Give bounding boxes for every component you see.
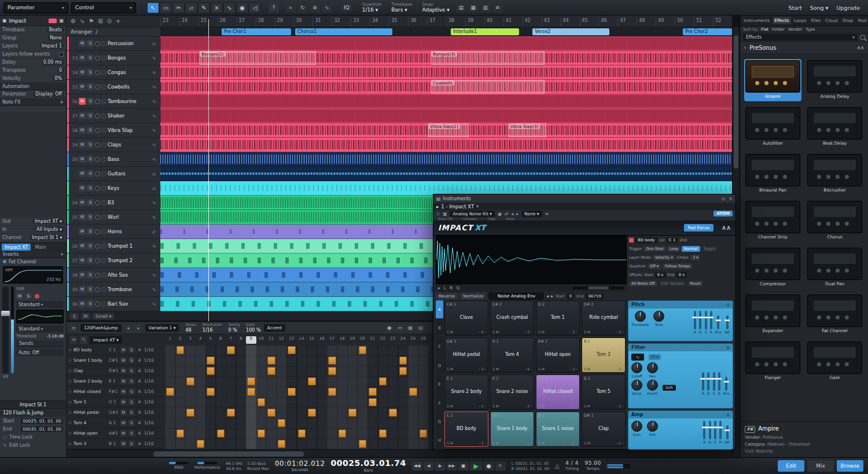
record-button[interactable]: ● bbox=[484, 462, 494, 471]
pattern-step[interactable] bbox=[176, 346, 185, 354]
offset-start-value[interactable]: 0 s bbox=[655, 272, 665, 278]
impact-pad-tom-1[interactable]: D 2Tom 1S M‹ 2 › bbox=[536, 300, 580, 336]
env-slider-s[interactable]: S bbox=[713, 372, 715, 395]
soft-button[interactable]: Soft bbox=[663, 385, 676, 391]
edit-sample-button[interactable]: Edit Sample bbox=[659, 281, 686, 286]
track-header-congas[interactable]: 14MSCongas∿ bbox=[67, 65, 160, 80]
add-note-fx-icon[interactable]: + bbox=[60, 100, 64, 105]
lane-resolution[interactable]: 1/16 bbox=[144, 441, 156, 446]
midi-input-select[interactable]: None ▾ bbox=[521, 211, 542, 217]
pad-solo-mute[interactable]: S M bbox=[447, 367, 453, 371]
lane-solo-button[interactable]: S bbox=[128, 440, 135, 447]
track-record-icon[interactable] bbox=[95, 258, 100, 263]
knob-dial[interactable] bbox=[647, 362, 658, 373]
autoscroll-icon[interactable]: » bbox=[285, 2, 296, 13]
gear-icon[interactable]: ⊙ bbox=[726, 303, 730, 307]
browser-tab-cloud[interactable]: Cloud bbox=[823, 17, 839, 24]
pad-layer-stepper[interactable]: ‹ 4 › bbox=[479, 330, 486, 334]
loop-button[interactable]: ↻ bbox=[495, 462, 506, 471]
track-mute-button[interactable]: M bbox=[79, 127, 86, 134]
automation-mode-select[interactable]: Auto: Off bbox=[16, 349, 64, 356]
pattern-step[interactable] bbox=[328, 367, 336, 375]
pattern-step[interactable] bbox=[399, 357, 407, 365]
pad-layer-stepper[interactable]: ‹ 1 › bbox=[479, 441, 486, 445]
window-menu-icon[interactable]: ▤ bbox=[436, 196, 441, 201]
pattern-step[interactable] bbox=[399, 367, 407, 375]
track-solo-button[interactable]: S bbox=[87, 156, 94, 163]
browse-view-button[interactable]: Browse bbox=[837, 460, 863, 472]
track-mute-button[interactable]: M bbox=[79, 170, 86, 177]
scrollbar-thumb[interactable] bbox=[734, 35, 738, 168]
knob-dial[interactable] bbox=[635, 311, 646, 322]
io-value[interactable]: All Inputs ▾ bbox=[35, 227, 64, 232]
lane-solo-button[interactable]: S bbox=[128, 357, 135, 363]
plugin-tile-flanger[interactable]: Flanger bbox=[744, 340, 801, 383]
prev-sample-icon[interactable]: ◂ bbox=[546, 293, 549, 299]
pad-layer-stepper[interactable]: ‹ 2 › bbox=[571, 404, 578, 408]
layer-mode-select[interactable]: Velocity ▾ bbox=[653, 255, 675, 260]
env-slider-a[interactable]: A bbox=[702, 372, 704, 395]
zoom-icon[interactable]: ⊕ bbox=[310, 2, 320, 13]
fat-channel-preset-select[interactable]: Standard▾ bbox=[16, 301, 64, 308]
mod-slider-vel[interactable]: Vel bbox=[724, 315, 730, 334]
play-button[interactable]: ▶ bbox=[470, 462, 483, 471]
track-record-icon[interactable] bbox=[95, 128, 100, 133]
track-mute-button[interactable]: M bbox=[79, 300, 86, 307]
track-mute-button[interactable]: M bbox=[79, 271, 86, 278]
impact-pad-clave[interactable]: C# 1ClaveS M‹ 4 › bbox=[444, 300, 488, 336]
power-icon[interactable]: ⊙ bbox=[436, 211, 440, 216]
pad-layer-stepper[interactable]: ‹ 3 › bbox=[571, 367, 578, 371]
time-signature[interactable]: 4 / 4Timing bbox=[565, 460, 579, 471]
compare-icon[interactable]: ▦ bbox=[443, 211, 447, 216]
plugin-tile-binaural-pan[interactable]: Binaural Pan bbox=[744, 153, 801, 195]
pattern-step[interactable] bbox=[308, 377, 316, 385]
loop-right-value[interactable]: 00031. 01. 01. 00 bbox=[516, 466, 549, 471]
speaker-tool[interactable]: ◁ bbox=[249, 2, 261, 13]
drag-handle-icon[interactable]: ≡ bbox=[68, 442, 72, 446]
track-record-icon[interactable] bbox=[95, 302, 100, 307]
inspector-value[interactable]: 0% bbox=[53, 76, 64, 81]
listen-tool[interactable]: ◉ bbox=[236, 2, 248, 13]
drag-handle-icon[interactable]: ≡ bbox=[68, 358, 72, 363]
lane-count[interactable]: 4 bbox=[137, 347, 142, 352]
pattern-step[interactable] bbox=[217, 429, 225, 438]
track-mute-button[interactable]: M bbox=[79, 199, 86, 206]
env-slider-d[interactable]: D bbox=[699, 311, 702, 334]
pattern-step[interactable] bbox=[258, 429, 266, 438]
env-slider-s[interactable]: S bbox=[714, 421, 716, 444]
arranger-marker-lane[interactable]: Pre Chor1Chorus1Interlude1Verse2Pre Chor… bbox=[160, 27, 732, 36]
lane-mute-button[interactable]: M bbox=[120, 440, 127, 447]
track-monitor-icon[interactable] bbox=[101, 99, 106, 104]
track-solo-button[interactable]: S bbox=[87, 300, 94, 307]
slider-track[interactable] bbox=[717, 315, 719, 329]
track-header-claps[interactable]: 19MSClaps∿ bbox=[67, 138, 160, 152]
impact-pad-snare-2-noise[interactable]: E 1Snare 2 noiseS M‹ 3 › bbox=[490, 374, 534, 410]
drag-handle-icon[interactable]: ≡ bbox=[68, 400, 72, 405]
time-display[interactable]: 00:01:02.012Seconds bbox=[275, 460, 325, 473]
track-header-bass[interactable]: 20MSBass∿ bbox=[67, 152, 160, 167]
track-record-icon[interactable] bbox=[95, 171, 100, 177]
steps-control[interactable]: Steps48 bbox=[185, 323, 196, 333]
arranger-track-header[interactable]: Arranger ♪ bbox=[67, 27, 160, 36]
track-header-tambourine[interactable]: 16MSTambourine∿ bbox=[67, 94, 160, 109]
lane-resolution[interactable]: 1/16 bbox=[144, 399, 156, 405]
track-solo-button[interactable]: S bbox=[87, 40, 94, 47]
impact-pad-hihat-closed[interactable]: F# 1HiHat closedS M‹ 2 › bbox=[536, 374, 580, 410]
pattern-step[interactable] bbox=[278, 440, 286, 448]
pattern-step[interactable] bbox=[166, 388, 174, 396]
track-mute-button[interactable]: M bbox=[79, 69, 86, 76]
range-tool[interactable]: ▭ bbox=[160, 2, 172, 13]
pattern-hscrollbar[interactable] bbox=[67, 449, 732, 457]
mixer-icon[interactable]: ≡ bbox=[492, 2, 503, 13]
impact-pad-clap[interactable]: D# 1ClapS M‹ 2 › bbox=[582, 411, 626, 447]
channel-fader[interactable] bbox=[2, 286, 9, 373]
metronome-icon[interactable]: △ bbox=[555, 463, 560, 469]
track-record-icon[interactable] bbox=[95, 84, 100, 90]
next-preset-icon[interactable]: ▸ bbox=[516, 211, 518, 216]
lane-resolution[interactable]: 1/16 bbox=[144, 347, 156, 352]
track-header-bongos[interactable]: 13MSBongos∿ bbox=[67, 51, 160, 65]
start-page-button[interactable]: Start bbox=[788, 5, 801, 11]
gear-icon[interactable]: ⊙ bbox=[726, 413, 730, 417]
drag-handle-icon[interactable]: ≡ bbox=[68, 421, 72, 425]
track-solo-button[interactable]: S bbox=[87, 286, 94, 293]
